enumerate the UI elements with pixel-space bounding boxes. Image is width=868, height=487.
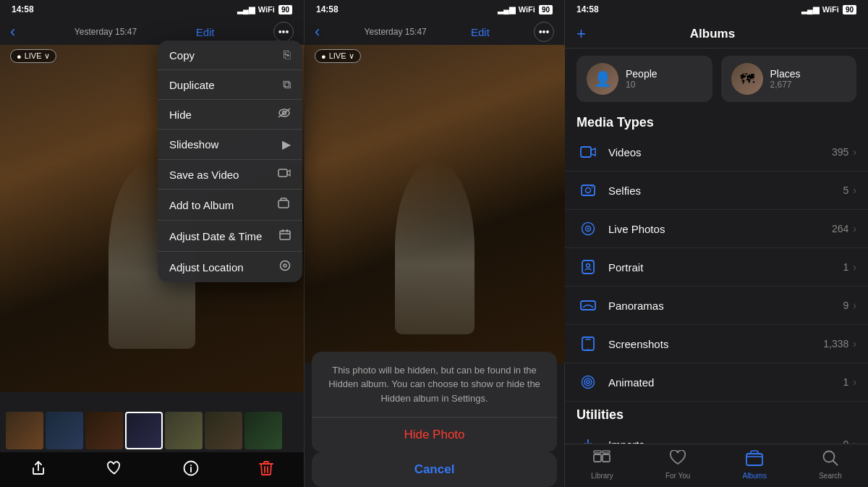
filmstrip-thumb-6[interactable] [205, 412, 242, 449]
svg-rect-37 [594, 451, 601, 453]
svg-rect-5 [280, 231, 290, 240]
menu-item-hide[interactable]: Hide [158, 100, 302, 130]
filmstrip-thumb-1[interactable] [6, 412, 43, 449]
screenshots-chevron: › [853, 338, 856, 350]
svg-point-22 [587, 264, 590, 268]
signal-icon-1: ▂▄▆ [237, 5, 255, 14]
delete-button-1[interactable] [259, 460, 273, 480]
animated-count: 1 [843, 376, 849, 388]
svg-point-20 [587, 228, 589, 229]
live-icon-1: ● [17, 52, 22, 61]
imports-chevron: › [853, 439, 856, 444]
menu-item-location[interactable]: Adjust Location [158, 252, 302, 282]
album-row-selfies[interactable]: Selfies 5 › [565, 171, 868, 210]
screenshots-right: 1,338 › [823, 338, 856, 350]
tab-search[interactable]: Search [810, 449, 851, 481]
hide-photo-dialog: This photo will be hidden, but can be fo… [312, 352, 557, 453]
panoramas-label: Panoramas [608, 300, 843, 312]
album-row-imports[interactable]: Imports 0 › [565, 425, 868, 444]
hide-photo-button[interactable]: Hide Photo [312, 418, 557, 452]
imports-label: Imports [608, 439, 843, 444]
live-badge-1[interactable]: ● LIVE ∨ [10, 49, 56, 63]
filmstrip-thumb-4[interactable] [125, 412, 163, 449]
back-button-2[interactable]: ‹ [315, 22, 320, 41]
tab-albums-label: Albums [743, 472, 767, 480]
save-video-icon [278, 168, 291, 181]
filmstrip-thumb-2[interactable] [46, 412, 83, 449]
albums-tab-icon [746, 450, 763, 470]
svg-point-28 [584, 378, 592, 386]
menu-hide-label: Hide [169, 109, 192, 121]
people-card[interactable]: 👤 People 10 [576, 56, 712, 102]
album-row-screenshots[interactable]: Screenshots 1,338 › [565, 325, 868, 363]
wifi-icon-2: WiFi [519, 5, 535, 14]
location-icon [279, 260, 291, 274]
svg-rect-35 [594, 454, 601, 462]
selfies-chevron: › [853, 185, 856, 196]
menu-duplicate-label: Duplicate [169, 79, 215, 91]
live-badge-2[interactable]: ● LIVE ∨ [315, 49, 361, 63]
filmstrip-thumb-7[interactable] [244, 412, 282, 449]
people-label: People [626, 68, 658, 80]
bottom-toolbar-1 [0, 452, 304, 487]
status-icons-1: ▂▄▆ WiFi 90 [237, 5, 292, 14]
photo-image-2 [305, 45, 565, 363]
signal-icon-2: ▂▄▆ [498, 5, 515, 14]
for-you-tab-icon [669, 450, 686, 470]
album-row-videos[interactable]: Videos 395 › [565, 133, 868, 171]
menu-slideshow-label: Slideshow [169, 138, 218, 151]
menu-item-save-video[interactable]: Save as Video [158, 160, 302, 190]
svg-line-2 [278, 109, 290, 117]
album-list: Media Types Videos 395 › [565, 109, 868, 444]
edit-button-1[interactable]: Edit [196, 26, 215, 38]
live-photos-right: 264 › [832, 223, 856, 234]
panel3-albums: 14:58 ▂▄▆ WiFi 90 + Albums 👤 People 10 🗺… [564, 0, 868, 487]
selfies-icon [576, 179, 600, 202]
people-count: 10 [626, 80, 658, 90]
share-button-1[interactable] [30, 460, 46, 480]
album-row-portrait[interactable]: Portrait 1 › [565, 248, 868, 287]
add-album-button[interactable]: + [576, 25, 586, 43]
album-row-panoramas[interactable]: Panoramas 9 › [565, 287, 868, 325]
selfies-label: Selfies [608, 185, 843, 197]
panoramas-icon [576, 294, 600, 317]
places-card[interactable]: 🗺 Places 2,677 [721, 56, 857, 102]
edit-button-2[interactable]: Edit [471, 26, 490, 38]
menu-item-duplicate[interactable]: Duplicate ⧉ [158, 70, 302, 100]
status-bar-3: 14:58 ▂▄▆ WiFi 90 [565, 0, 868, 19]
battery-1: 90 [278, 5, 292, 14]
more-button-1[interactable]: ••• [273, 22, 294, 42]
svg-point-29 [587, 381, 590, 384]
tab-search-label: Search [819, 472, 842, 480]
battery-2: 90 [539, 5, 553, 14]
videos-right: 395 › [832, 146, 856, 158]
tab-library[interactable]: Library [582, 449, 622, 481]
tab-albums[interactable]: Albums [734, 449, 775, 481]
videos-chevron: › [853, 146, 856, 158]
back-button-1[interactable]: ‹ [10, 22, 15, 41]
more-button-2[interactable]: ••• [534, 22, 554, 42]
album-row-animated[interactable]: Animated 1 › [565, 363, 868, 402]
albums-header: + Albums [565, 19, 868, 48]
bottom-tabs: Library For You Albums [565, 444, 868, 487]
svg-rect-3 [278, 169, 287, 177]
cancel-button[interactable]: Cancel [312, 452, 557, 487]
animated-label: Animated [608, 376, 843, 389]
favorite-button-1[interactable] [106, 461, 122, 479]
menu-item-date-time[interactable]: Adjust Date & Time [158, 221, 302, 252]
signal-icon-3: ▂▄▆ [801, 5, 819, 14]
filmstrip-thumb-5[interactable] [165, 412, 203, 449]
people-places-section: 👤 People 10 🗺 Places 2,677 [565, 48, 868, 109]
places-count: 2,677 [770, 80, 801, 90]
tab-for-you[interactable]: For You [657, 449, 699, 481]
info-button-1[interactable] [183, 460, 199, 480]
menu-item-copy[interactable]: Copy ⎘ [158, 41, 302, 70]
filmstrip-thumb-3[interactable] [85, 412, 123, 449]
menu-save-video-label: Save as Video [169, 169, 239, 181]
portrait-count: 1 [843, 261, 849, 273]
menu-item-slideshow[interactable]: Slideshow ▶ [158, 130, 302, 160]
album-row-live-photos[interactable]: Live Photos 264 › [565, 210, 868, 248]
menu-item-add-album[interactable]: Add to Album [158, 190, 302, 221]
menu-add-album-label: Add to Album [169, 199, 234, 211]
live-label-1: LIVE ∨ [25, 51, 50, 61]
